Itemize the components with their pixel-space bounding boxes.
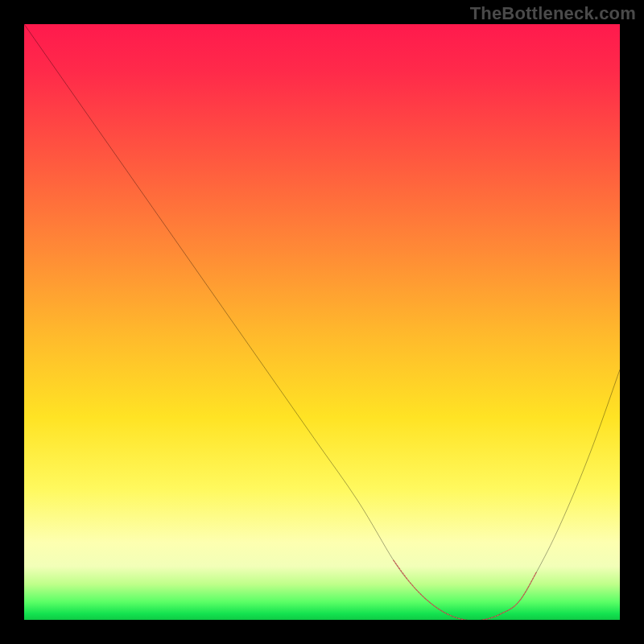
watermark-text: TheBottleneck.com [470,3,636,24]
optimal-range-marker [394,560,537,620]
curve-layer [24,24,620,620]
chart-frame: TheBottleneck.com [0,0,644,644]
plot-area [24,24,620,620]
bottleneck-curve [24,24,620,620]
